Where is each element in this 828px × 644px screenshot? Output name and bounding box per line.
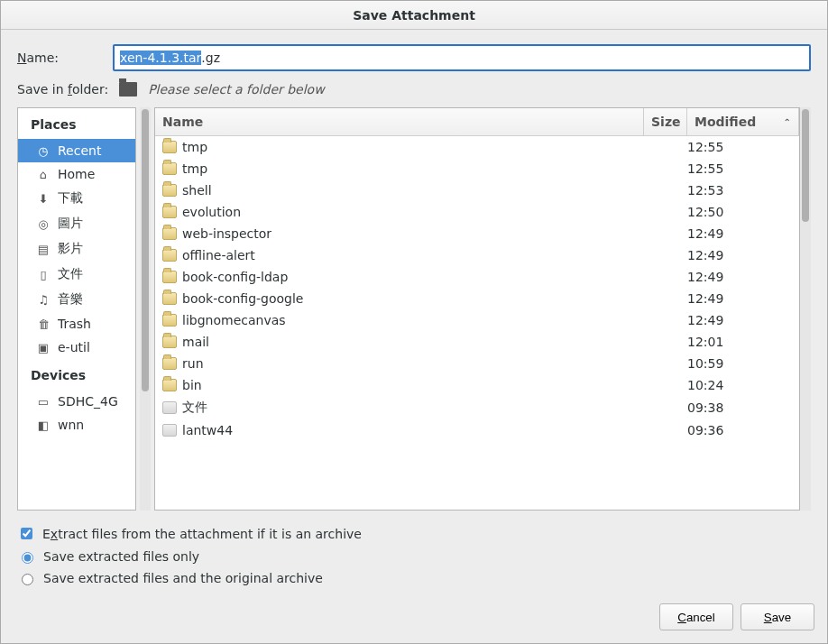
file-name: book-config-ldap: [182, 270, 288, 284]
folder-label: Save in folder:: [17, 82, 108, 97]
extract-checkbox-input[interactable]: [21, 528, 32, 539]
file-row[interactable]: bin10:24: [155, 374, 799, 396]
devices-item-sdhc_4g[interactable]: ▭SDHC_4G: [18, 390, 135, 413]
folder-icon: [162, 184, 177, 197]
file-row[interactable]: mail12:01: [155, 331, 799, 353]
film-icon: ▤: [36, 242, 51, 256]
folder-icon: ▣: [36, 340, 51, 354]
file-modified: 12:55: [687, 161, 792, 176]
file-name: mail: [182, 335, 209, 349]
name-input[interactable]: xen-4.1.3.tar.gz: [113, 44, 811, 71]
cancel-button[interactable]: Cancel: [659, 603, 733, 630]
save-button[interactable]: Save: [741, 603, 814, 630]
radio-save-only-input[interactable]: [22, 552, 33, 564]
file-browser: Places ◷Recent⌂Home⬇下載◎圖片▤影片▯文件♫音樂🗑Trash…: [17, 107, 811, 511]
file-modified: 12:55: [687, 140, 792, 154]
app-icon: [162, 424, 177, 437]
radio-save-both[interactable]: Save extracted files and the original ar…: [17, 571, 811, 585]
folder-icon: [119, 82, 137, 97]
file-modified: 12:49: [687, 313, 792, 327]
places-item-下載[interactable]: ⬇下載: [18, 186, 135, 211]
folder-icon: [162, 162, 177, 175]
file-modified: 12:01: [687, 335, 792, 349]
places-item-home[interactable]: ⌂Home: [18, 162, 135, 186]
file-list-body: tmp12:55tmp12:55shell12:53evolution12:50…: [155, 136, 799, 510]
file-row[interactable]: libgnomecanvas12:49: [155, 309, 799, 331]
name-label: Name:: [17, 51, 59, 65]
devices-item-label: wnn: [58, 418, 84, 432]
places-item-圖片[interactable]: ◎圖片: [18, 211, 135, 236]
file-modified: 12:49: [687, 291, 792, 306]
file-name: evolution: [182, 205, 241, 219]
extract-checkbox[interactable]: Extract files from the attachment if it …: [17, 525, 811, 542]
file-modified: 12:49: [687, 270, 792, 284]
radio-save-only[interactable]: Save extracted files only: [17, 549, 811, 564]
file-row[interactable]: offline-alert12:49: [155, 244, 799, 266]
dialog-body: Name: xen-4.1.3.tar.gz Save in folder: P…: [1, 30, 827, 596]
options: Extract files from the attachment if it …: [17, 521, 811, 585]
places-item-文件[interactable]: ▯文件: [18, 262, 135, 287]
places-item-e-util[interactable]: ▣e-util: [18, 336, 135, 359]
places-scrollbar[interactable]: [140, 107, 151, 511]
places-item-label: 下載: [58, 190, 83, 207]
folder-icon: [162, 227, 177, 240]
file-name: 文件: [182, 400, 207, 416]
file-row[interactable]: 文件09:38: [155, 396, 799, 419]
folder-icon: [162, 357, 177, 370]
file-modified: 12:49: [687, 248, 792, 262]
file-modified: 12:50: [687, 205, 792, 219]
file-name: lantw44: [182, 423, 233, 437]
file-row[interactable]: tmp12:55: [155, 158, 799, 179]
folder-icon: [162, 292, 177, 305]
places-item-label: 音樂: [58, 291, 83, 308]
places-item-recent[interactable]: ◷Recent: [18, 139, 135, 162]
folder-hint: Please select a folder below: [148, 82, 324, 97]
file-modified: 09:36: [687, 423, 792, 437]
devices-item-wnn[interactable]: ◧wnn: [18, 413, 135, 437]
places-item-trash[interactable]: 🗑Trash: [18, 312, 135, 336]
file-row[interactable]: tmp12:55: [155, 136, 799, 158]
file-row[interactable]: lantw4409:36: [155, 419, 799, 441]
file-row[interactable]: web-inspector12:49: [155, 223, 799, 244]
column-size[interactable]: Size: [644, 108, 687, 135]
file-name: bin: [182, 378, 202, 392]
home-icon: ⌂: [36, 167, 51, 181]
file-row[interactable]: evolution12:50: [155, 201, 799, 223]
dialog-title: Save Attachment: [1, 1, 827, 30]
extract-label: Extract files from the attachment if it …: [42, 527, 362, 541]
file-name: tmp: [182, 161, 207, 176]
places-item-label: e-util: [58, 340, 90, 354]
file-modified: 12:49: [687, 226, 792, 241]
file-name: tmp: [182, 140, 207, 154]
column-name[interactable]: Name: [155, 108, 644, 135]
trash-icon: 🗑: [36, 317, 51, 331]
radio-save-both-input[interactable]: [22, 574, 33, 585]
places-item-label: 圖片: [58, 216, 83, 232]
places-panel: Places ◷Recent⌂Home⬇下載◎圖片▤影片▯文件♫音樂🗑Trash…: [17, 107, 136, 511]
file-row[interactable]: book-config-ldap12:49: [155, 266, 799, 288]
file-row[interactable]: run10:59: [155, 353, 799, 374]
sort-asc-icon: ⌃: [784, 117, 791, 127]
name-row: Name: xen-4.1.3.tar.gz: [17, 44, 811, 71]
file-row[interactable]: book-config-google12:49: [155, 288, 799, 309]
name-input-selection: xen-4.1.3.tar: [120, 51, 201, 65]
folder-row: Save in folder: Please select a folder b…: [17, 82, 811, 97]
places-item-音樂[interactable]: ♫音樂: [18, 287, 135, 312]
file-name: book-config-google: [182, 291, 303, 306]
folder-icon: [162, 314, 177, 327]
file-list-scrollbar[interactable]: [800, 107, 811, 511]
file-pane: Name Size Modified⌃ tmp12:55tmp12:55shel…: [154, 107, 811, 511]
places-item-影片[interactable]: ▤影片: [18, 236, 135, 262]
column-modified[interactable]: Modified⌃: [687, 108, 799, 135]
radio-save-only-label: Save extracted files only: [43, 549, 199, 564]
places-item-label: 文件: [58, 266, 83, 282]
file-modified: 12:53: [687, 183, 792, 198]
places-item-label: Home: [58, 167, 95, 181]
places-scroll: Places ◷Recent⌂Home⬇下載◎圖片▤影片▯文件♫音樂🗑Trash…: [18, 108, 135, 510]
radio-save-both-label: Save extracted files and the original ar…: [43, 571, 323, 585]
doc-icon: ▯: [36, 267, 51, 281]
file-name: offline-alert: [182, 248, 255, 262]
places-item-label: Recent: [58, 143, 101, 158]
file-list-header: Name Size Modified⌃: [155, 108, 799, 136]
file-row[interactable]: shell12:53: [155, 179, 799, 201]
